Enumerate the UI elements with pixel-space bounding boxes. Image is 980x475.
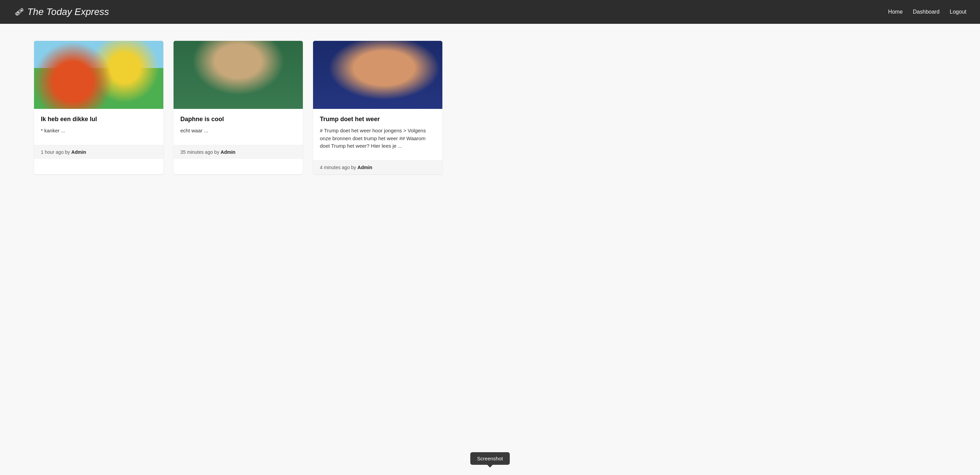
nav-dashboard[interactable]: Dashboard	[913, 9, 940, 15]
cards-grid: Ik heb een dikke lul * kanker ... 1 hour…	[34, 41, 442, 174]
card-body: Daphne is cool echt waar ...	[173, 109, 303, 145]
nav-links: Home Dashboard Logout	[888, 9, 966, 15]
main-content: Ik heb een dikke lul * kanker ... 1 hour…	[0, 24, 980, 191]
card-image	[173, 41, 303, 109]
card-title: Trump doet het weer	[320, 116, 436, 123]
card-title: Daphne is cool	[180, 116, 296, 123]
card-footer: 35 minutes ago by Admin	[173, 145, 303, 159]
card-image	[34, 41, 163, 109]
card-title: Ik heb een dikke lul	[41, 116, 156, 123]
brand-title: The Today Express	[27, 6, 109, 17]
nav-brand: 🗞 The Today Express	[14, 6, 109, 18]
card-footer: 1 hour ago by Admin	[34, 145, 163, 159]
card-excerpt: echt waar ...	[180, 127, 296, 135]
nav-home[interactable]: Home	[888, 9, 903, 15]
card-footer: 4 minutes ago by Admin	[313, 160, 442, 174]
navbar: 🗞 The Today Express Home Dashboard Logou…	[0, 0, 980, 24]
card-image	[313, 41, 442, 109]
card-excerpt: # Trump doet het weer hoor jongens > Vol…	[320, 127, 436, 150]
card-author: Admin	[358, 165, 372, 170]
card-body: Trump doet het weer # Trump doet het wee…	[313, 109, 442, 160]
card-author: Admin	[221, 149, 235, 155]
article-card[interactable]: Daphne is cool echt waar ... 35 minutes …	[173, 41, 303, 174]
card-body: Ik heb een dikke lul * kanker ...	[34, 109, 163, 145]
article-card[interactable]: Trump doet het weer # Trump doet het wee…	[313, 41, 442, 174]
brand-icon: 🗞	[14, 6, 23, 18]
nav-logout[interactable]: Logout	[950, 9, 966, 15]
card-excerpt: * kanker ...	[41, 127, 156, 135]
article-card[interactable]: Ik heb een dikke lul * kanker ... 1 hour…	[34, 41, 163, 174]
screenshot-button[interactable]: Screenshot	[470, 452, 510, 465]
card-author: Admin	[72, 149, 86, 155]
